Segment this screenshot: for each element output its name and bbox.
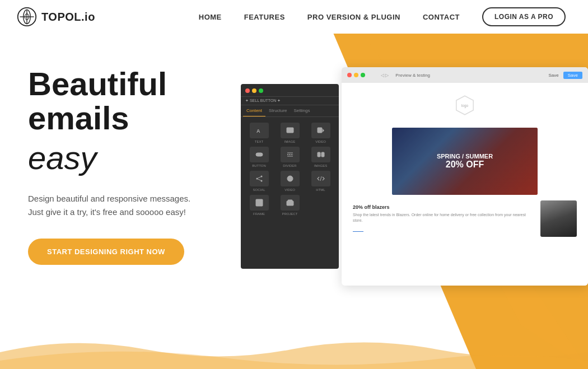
svg-point-22 (260, 176, 262, 178)
header: TOPOL.io HOME FEATURES PRO VERSION & PLU… (0, 0, 588, 34)
preview-section-link[interactable] (353, 227, 363, 232)
preview-hex-logo: logo (454, 94, 476, 116)
editor-item-images[interactable]: IMAGES (307, 147, 334, 167)
preview-dot-yellow (354, 73, 358, 77)
logo-text: TOPOL.io (41, 11, 95, 24)
preview-content-section: 20% off blazers Shop the latest trends i… (342, 195, 588, 242)
svg-rect-21 (321, 152, 324, 157)
nav-home[interactable]: HOME (199, 13, 222, 21)
preview-testing-tab[interactable]: Preview & testing (395, 73, 544, 78)
editor-icon-frame (250, 195, 269, 211)
svg-line-26 (258, 179, 260, 180)
preview-content: logo SPRING / SUMMER 20% OFF 20 (342, 83, 588, 286)
svg-rect-20 (318, 152, 320, 157)
preview-hero-text: SPRING / SUMMER 20% OFF (437, 153, 493, 170)
svg-rect-31 (257, 200, 262, 205)
preview-section-title: 20% off blazers (353, 204, 535, 210)
editor-icon-images (311, 147, 330, 162)
nav-contact[interactable]: CONTACT (423, 13, 460, 21)
logo[interactable]: TOPOL.io (17, 7, 95, 27)
editor-icon-video2 (281, 171, 300, 186)
cta-button[interactable]: START DESIGNING RIGHT NOW (28, 239, 184, 265)
main-nav: HOME FEATURES PRO VERSION & PLUGIN CONTA… (199, 7, 566, 26)
editor-item-text[interactable]: A TEXT (245, 123, 273, 143)
editor-icon-image (281, 123, 300, 138)
editor-breadcrumb: ✦ SELL BUTTON ✦ (241, 97, 339, 105)
save-button[interactable]: Save (549, 73, 559, 78)
preview-dot-red (347, 73, 352, 77)
editor-icon-project (281, 195, 300, 211)
login-button[interactable]: LOGIN AS A PRO (482, 7, 566, 26)
svg-text:A: A (256, 128, 260, 134)
svg-point-23 (256, 178, 258, 180)
preview-text-block: 20% off blazers Shop the latest trends i… (353, 204, 535, 233)
editor-tabs: Content Structure Settings (241, 105, 339, 117)
preview-section-body: Shop the latest trends in Blazers. Order… (353, 212, 535, 223)
editor-icon-social (250, 171, 269, 186)
preview-label: ◁ ▷ (381, 73, 389, 78)
window-dot-green (259, 88, 263, 93)
editor-icon-divider (281, 147, 300, 162)
preview-logo: logo (442, 83, 487, 128)
preview-dot-green (361, 73, 365, 77)
hero-description: Design beautiful and responsive messages… (28, 192, 230, 219)
svg-marker-13 (323, 129, 324, 132)
logo-icon (17, 7, 37, 27)
svg-point-24 (260, 180, 262, 182)
editor-item-video2[interactable]: VIDEO (276, 171, 304, 191)
editor-item-image[interactable]: IMAGE (276, 123, 304, 143)
svg-rect-33 (288, 200, 292, 202)
editor-tab-settings[interactable]: Settings (291, 105, 314, 116)
svg-text:logo: logo (461, 104, 469, 108)
editor-icon-video-top (311, 123, 330, 138)
editor-item-divider[interactable]: DIVIDER (276, 147, 304, 167)
editor-toolbar (241, 84, 339, 97)
preview-thumbnail (540, 200, 577, 237)
editor-item-frame[interactable]: FRAME (245, 195, 273, 216)
editor-icon-button (250, 147, 269, 162)
preview-window-dots (347, 73, 365, 77)
svg-line-25 (258, 177, 260, 178)
window-dot-yellow (252, 88, 256, 93)
editor-item-html[interactable]: HTML (307, 171, 334, 191)
window-dot-red (245, 88, 250, 93)
editor-icon-html (311, 171, 330, 186)
editor-icon-text: A (250, 123, 269, 138)
editor-item-project[interactable]: PROJECT (276, 195, 304, 216)
hero-title: Beautiful emails (28, 67, 258, 136)
editor-panel: ✦ SELL BUTTON ✦ Content Structure Settin… (241, 84, 339, 269)
preview-topbar: ◁ ▷ Preview & testing Save Save (342, 67, 588, 83)
nav-pro[interactable]: PRO VERSION & PLUGIN (307, 13, 400, 21)
nav-features[interactable]: FEATURES (244, 13, 285, 21)
save-pro-button[interactable]: Save (563, 72, 582, 79)
svg-rect-10 (287, 128, 293, 133)
hero-left: Beautiful emails easy Design beautiful a… (0, 0, 280, 265)
editor-grid: A TEXT IMAGE (241, 117, 339, 221)
preview-panel: ◁ ▷ Preview & testing Save Save logo (342, 67, 588, 286)
editor-item-video-top[interactable]: VIDEO (307, 123, 334, 143)
preview-hero-image: SPRING / SUMMER 20% OFF (392, 128, 538, 195)
editor-tab-structure[interactable]: Structure (265, 105, 290, 116)
svg-line-29 (320, 176, 321, 181)
hero-subtitle: easy (28, 141, 258, 175)
editor-tab-content[interactable]: Content (243, 105, 265, 116)
svg-rect-12 (318, 128, 322, 133)
editor-item-social[interactable]: SOCIAL (245, 171, 273, 191)
editor-item-button[interactable]: BUTTON (245, 147, 273, 167)
